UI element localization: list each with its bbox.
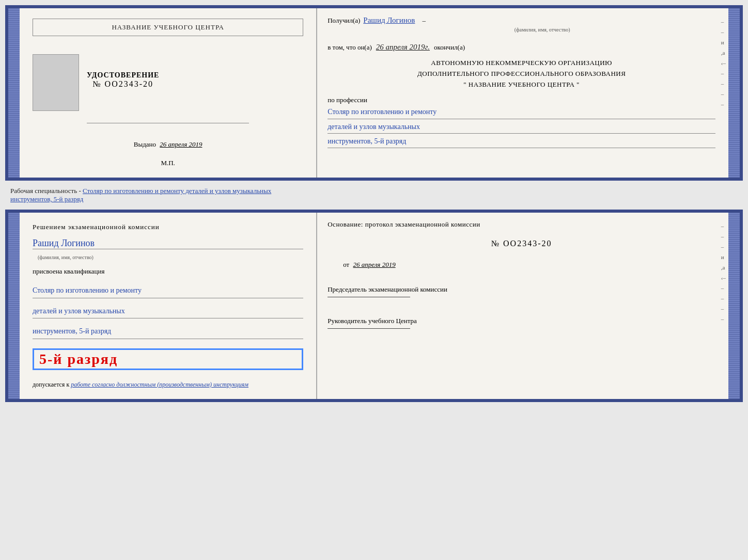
po-professii: по профессии: [328, 96, 715, 104]
commission-person-name: Рашид Логинов: [33, 238, 303, 249]
dopuskaetsya-label: допускается к: [33, 381, 69, 388]
center-name: НАЗВАНИЕ УЧЕБНОГО ЦЕНТРА: [33, 19, 303, 36]
vtom-label: в том, что он(а): [328, 43, 372, 52]
okonchil-label: окончил(а): [434, 43, 465, 52]
mp-label: М.П.: [161, 159, 175, 167]
recipient-name: Рашид Логинов: [363, 16, 415, 25]
dopuskaetsya-block: допускается к работе согласно должностны…: [33, 381, 303, 389]
spine-right: [728, 8, 740, 178]
dopuskaetsya-text: работе согласно должностным (производств…: [71, 381, 248, 388]
doc-content: НАЗВАНИЕ УЧЕБНОГО ЦЕНТРА УДОСТОВЕРЕНИЕ №…: [20, 8, 728, 178]
udostoverenie-title: УДОСТОВЕРЕНИЕ: [87, 71, 159, 79]
fio-caption: (фамилия, имя, отчество): [369, 27, 715, 33]
side-marks-1: – – и ,а ‹– – – – –: [721, 19, 726, 107]
page-wrapper: НАЗВАНИЕ УЧЕБНОГО ЦЕНТРА УДОСТОВЕРЕНИЕ №…: [5, 5, 743, 402]
profession-line1: Столяр по изготовлению и ремонту: [328, 105, 715, 119]
chairman-label: Председатель экзаменационной комиссии: [328, 285, 715, 294]
specialty-caption: Рабочая специальность - Столяр по изгото…: [5, 185, 743, 205]
qual-line2: деталей и узлов музыкальных: [33, 305, 303, 319]
side-marks-2: – – – и ,а ‹– – – – –: [721, 223, 726, 322]
vtom-line: в том, что он(а) 26 апреля 2019г. окончи…: [328, 43, 715, 52]
osnovanie-label: Основание: протокол экзаменационной коми…: [328, 220, 715, 229]
photo-placeholder: [33, 54, 79, 111]
udostoverenie-number: № OO2343-20: [87, 79, 159, 89]
certificate-document: НАЗВАНИЕ УЧЕБНОГО ЦЕНТРА УДОСТОВЕРЕНИЕ №…: [5, 5, 743, 181]
ot-label: от: [343, 261, 349, 268]
comm-right: Основание: протокол экзаменационной коми…: [317, 213, 728, 399]
resheniem-label: Решением экзаменационной комиссии: [33, 223, 303, 231]
vydano-date: 26 апреля 2019: [160, 140, 202, 148]
rukovoditel-signature-line: [328, 328, 410, 329]
chairman-signature-line: [328, 297, 410, 297]
vydano-label: Выдано: [134, 140, 156, 148]
profession-block: по профессии Столяр по изготовлению и ре…: [328, 96, 715, 149]
udostoverenie-block: УДОСТОВЕРЕНИЕ № OO2343-20: [87, 71, 159, 89]
rukovoditel-label: Руководитель учебного Центра: [328, 317, 715, 325]
protocol-number: № OO2343-20: [328, 239, 715, 248]
vtom-date: 26 апреля 2019г.: [376, 43, 430, 52]
profession-line2: деталей и узлов музыкальных: [328, 120, 715, 134]
right-panel: Получил(а) Рашид Логинов – (фамилия, имя…: [317, 8, 728, 178]
received-line: Получил(а) Рашид Логинов –: [328, 16, 715, 25]
vydano-block: Выдано 26 апреля 2019: [134, 140, 202, 149]
fio-caption-2: (фамилия, имя, отчество): [38, 254, 303, 260]
org-line3: " НАЗВАНИЕ УЧЕБНОГО ЦЕНТРА ": [328, 79, 715, 90]
profession-line3: инструментов, 5-й разряд: [328, 135, 715, 148]
protocol-date: от 26 апреля 2019: [343, 261, 715, 269]
poluchil-label: Получил(а): [328, 17, 360, 25]
comm-left: Решением экзаменационной комиссии Рашид …: [20, 213, 317, 399]
spine-left-2: [8, 213, 20, 399]
left-panel: НАЗВАНИЕ УЧЕБНОГО ЦЕНТРА УДОСТОВЕРЕНИЕ №…: [20, 8, 317, 178]
protocol-date-value: 26 апреля 2019: [353, 261, 396, 268]
spine-left: [8, 8, 20, 178]
prisvoena-label: присвоена квалификация: [33, 267, 303, 276]
org-line1: АВТОНОМНУЮ НЕКОММЕРЧЕСКУЮ ОРГАНИЗАЦИЮ: [328, 58, 715, 69]
commission-document: Решением экзаменационной комиссии Рашид …: [5, 210, 743, 402]
chairman-block: Председатель экзаменационной комиссии: [328, 285, 715, 302]
rukovoditel-block: Руководитель учебного Центра: [328, 317, 715, 334]
specialty-label-text: Рабочая специальность -: [10, 187, 83, 195]
comm-content: Решением экзаменационной комиссии Рашид …: [20, 213, 728, 399]
qual-line3: инструментов, 5-й разряд: [33, 325, 303, 339]
org-line2: ДОПОЛНИТЕЛЬНОГО ПРОФЕССИОНАЛЬНОГО ОБРАЗО…: [328, 69, 715, 79]
org-block: АВТОНОМНУЮ НЕКОММЕРЧЕСКУЮ ОРГАНИЗАЦИЮ ДО…: [328, 58, 715, 90]
qual-line1: Столяр по изготовлению и ремонту: [33, 284, 303, 298]
highlighted-rank: 5-й разряд: [33, 348, 303, 370]
spine-right-2: [728, 213, 740, 399]
